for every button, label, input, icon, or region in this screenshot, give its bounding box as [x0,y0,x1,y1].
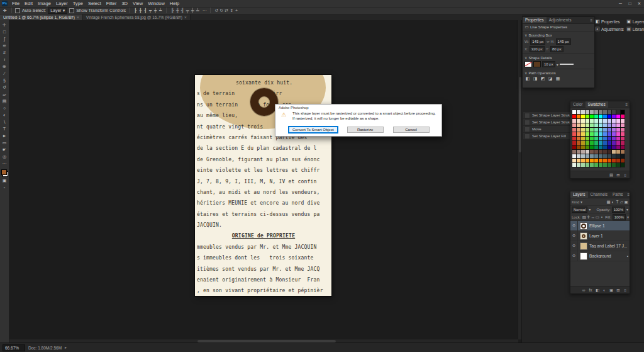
menu-window[interactable]: Window [145,0,167,7]
align-center-horizontal-icon[interactable]: ╂ [138,8,143,14]
color-swatch[interactable] [586,137,589,140]
color-swatch[interactable] [586,123,589,127]
quick-selection-tool[interactable]: ≋ [1,42,8,49]
color-swatch[interactable] [590,137,594,140]
color-swatch[interactable] [616,154,620,158]
color-swatch[interactable] [594,150,598,154]
layer-row-ellipse-1[interactable]: ⊙Ellipse 1 [570,221,630,231]
type-tool[interactable]: T [1,125,8,132]
color-swatch[interactable] [621,145,625,149]
color-swatch[interactable] [594,154,598,158]
zoom-level-field[interactable]: 66.67% [3,344,25,351]
color-swatch[interactable] [581,110,585,114]
color-swatch[interactable] [590,150,594,154]
color-swatch[interactable] [577,128,580,132]
combine-shapes-icon[interactable]: ◧ [525,76,531,81]
zoom-tool[interactable]: ◎ [1,153,8,160]
stroke-style-chip[interactable] [560,64,574,65]
chevron-down-icon[interactable]: ∨ [525,55,527,60]
marquee-tool[interactable]: □ [1,28,8,35]
color-swatch[interactable] [603,150,607,154]
color-swatch[interactable] [621,154,625,158]
color-swatch[interactable] [581,163,585,167]
swatch-library-icon[interactable]: ▤ [609,173,614,178]
distribute-top-icon[interactable]: ╤ [185,8,190,14]
color-swatch[interactable] [612,128,616,132]
visibility-eye-icon[interactable]: ⊙ [570,251,578,261]
color-swatch[interactable] [586,163,589,167]
color-swatch[interactable] [608,141,611,145]
color-swatch[interactable] [590,141,594,145]
color-swatch[interactable] [616,110,620,114]
color-swatch[interactable] [599,137,602,140]
color-swatch[interactable] [621,132,625,136]
dodge-tool[interactable]: ◐ [1,111,8,118]
lock-image-pixels-icon[interactable]: ✛ [586,215,591,220]
healing-brush-tool[interactable]: ⊕ [1,63,8,70]
document-tab[interactable]: Untitled-1 @ 66.7% (Ellipse 1, RGB/8#)× [0,14,83,20]
color-swatch[interactable] [577,163,580,167]
color-swatch[interactable] [594,119,598,123]
auto-select-checkbox[interactable] [15,8,20,13]
align-right-icon[interactable]: ┨ [143,8,148,14]
menu-type[interactable]: Type [70,0,86,7]
color-swatch[interactable] [603,145,607,149]
color-swatch[interactable] [612,115,616,118]
color-swatch[interactable] [572,123,576,127]
tab-swatches[interactable]: Swatches [586,101,608,108]
color-swatch[interactable] [616,141,620,145]
fill-color-chip[interactable] [525,61,532,67]
color-swatch[interactable] [577,154,580,158]
dock-button-adjustments[interactable]: ◐Adjustments [595,26,624,31]
layer-group-icon[interactable]: ▣ [609,288,614,293]
color-swatch[interactable] [621,159,625,162]
subtract-front-shape-icon[interactable]: ◨ [532,76,538,81]
color-swatch[interactable] [577,141,580,145]
new-layer-icon[interactable]: ⊞ [616,288,621,293]
color-swatch[interactable] [590,119,594,123]
color-swatch[interactable] [603,154,607,158]
color-swatch[interactable] [608,159,611,162]
color-swatch[interactable] [586,110,589,114]
distribute-bottom-icon[interactable]: ╧ [195,8,200,14]
color-swatch[interactable] [572,150,576,154]
color-swatch[interactable] [577,150,580,154]
lock-transparent-pixels-icon[interactable]: ▨ [582,215,586,220]
color-swatch[interactable] [572,119,576,123]
color-swatch[interactable] [603,137,607,140]
color-swatch[interactable] [612,137,616,140]
3d-scale-icon[interactable]: + [234,8,239,14]
color-swatch[interactable] [581,128,585,132]
align-left-icon[interactable]: ┠ [133,8,138,14]
color-swatch[interactable] [594,110,598,114]
distribute-left-icon[interactable]: ╟ [170,8,175,14]
delete-layer-icon[interactable]: ▯ [623,288,628,293]
color-swatch[interactable] [603,115,607,118]
color-swatch[interactable] [621,110,625,114]
color-swatch[interactable] [599,159,602,162]
lock-artboard-icon[interactable]: ▭ [595,215,599,220]
color-swatch[interactable] [577,110,580,114]
color-swatch[interactable] [621,150,625,154]
color-swatch[interactable] [599,163,602,167]
color-swatch[interactable] [603,163,607,167]
maximize-button[interactable]: □ [625,0,635,7]
menu-edit[interactable]: Edit [22,0,35,7]
layer-effects-icon[interactable]: fx [588,288,593,292]
y-field[interactable]: 80 px [550,46,564,52]
auto-select-dropdown[interactable]: Layer ▾ [48,8,67,14]
color-swatch[interactable] [594,123,598,127]
distribute-middle-vertical-icon[interactable]: ╪ [190,8,195,14]
color-swatch[interactable] [621,137,625,140]
color-swatch[interactable] [594,132,598,136]
color-swatch[interactable] [581,115,585,118]
3d-roll-icon[interactable]: ↻ [219,8,224,14]
show-transform-controls-checkbox[interactable] [69,8,74,13]
color-swatch[interactable] [577,145,580,149]
color-swatch[interactable] [594,163,598,167]
color-swatch[interactable] [608,163,611,167]
move-tool-preset-icon[interactable]: ✛ [2,8,8,13]
color-swatch[interactable] [590,132,594,136]
align-top-icon[interactable]: ┯ [148,8,153,14]
chevron-down-icon[interactable]: ▾ [557,62,558,67]
